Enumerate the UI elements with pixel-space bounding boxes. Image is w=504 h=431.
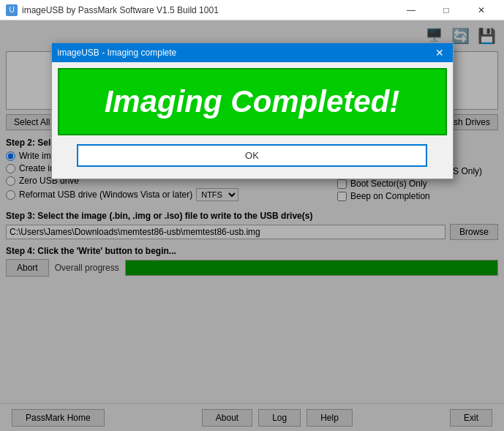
app-title: imageUSB by PassMark Software V1.5 Build…	[22, 5, 394, 15]
modal-overlay: imageUSB - Imaging complete ✕ Imaging Co…	[0, 20, 504, 431]
maximize-button[interactable]: □	[429, 3, 463, 18]
modal-title-text: imageUSB - Imaging complete	[58, 48, 177, 58]
modal-ok-row: OK	[58, 141, 447, 173]
imaging-completed-banner: Imaging Completed!	[58, 68, 447, 135]
modal-ok-button[interactable]: OK	[77, 144, 427, 167]
app-icon: U	[6, 4, 18, 16]
modal-title-bar: imageUSB - Imaging complete ✕	[52, 43, 453, 62]
window-controls: — □ ✕	[394, 3, 498, 18]
main-content: 🖥️ 🔄 💾 Select All Unselect All Drives Se…	[0, 20, 504, 431]
minimize-button[interactable]: —	[394, 3, 428, 18]
close-button[interactable]: ✕	[464, 3, 498, 18]
title-bar: U imageUSB by PassMark Software V1.5 Bui…	[0, 0, 504, 20]
modal-body: Imaging Completed! OK	[52, 62, 453, 179]
modal-window: imageUSB - Imaging complete ✕ Imaging Co…	[51, 42, 454, 179]
modal-close-button[interactable]: ✕	[432, 48, 447, 58]
